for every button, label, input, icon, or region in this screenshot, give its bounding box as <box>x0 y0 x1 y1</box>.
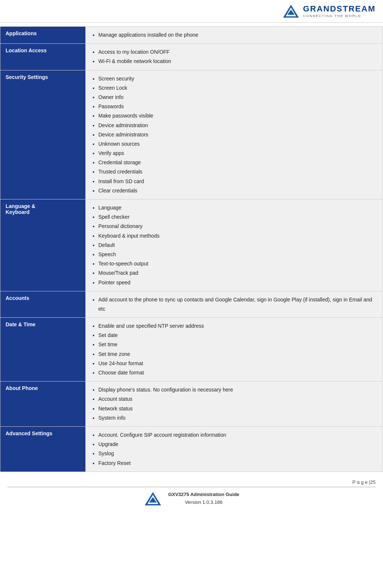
list-item: Unknown sources <box>98 139 377 149</box>
list-item: Choose date format <box>98 368 377 377</box>
brand-tagline: CONNECTING THE WORLD <box>303 14 376 18</box>
list-item: Pointer speed <box>98 278 377 287</box>
footer-doc-version: Version 1.0.3.186 <box>168 499 239 506</box>
list-item: Screen security <box>98 74 377 83</box>
list-item: Language <box>98 203 377 212</box>
table-row: Advanced SettingsAccount. Configure SIP … <box>0 426 383 472</box>
row-label-2: Security Settings <box>0 70 86 199</box>
list-item: Spell checker <box>98 212 377 222</box>
row-label-5: Date & Time <box>0 318 86 381</box>
row-label-4: Accounts <box>0 291 86 317</box>
row-label-1: Location Access <box>0 44 86 70</box>
list-item: Account status <box>98 394 377 404</box>
list-item: Manage applications installed on the pho… <box>98 30 377 40</box>
footer-logo-area: GXV3275 Administration Guide Version 1.0… <box>0 487 383 508</box>
page-footer: P a g e |25 GXV3275 Administration Guide… <box>0 479 383 508</box>
row-label-0: Applications <box>0 27 86 44</box>
list-item: System info <box>98 413 377 423</box>
list-item: Use 24-hour format <box>98 359 377 368</box>
list-item: Mouse/Track pad <box>98 268 377 278</box>
row-content-0: Manage applications installed on the pho… <box>86 27 383 44</box>
footer-doc-title: GXV3275 Administration Guide <box>168 491 239 499</box>
list-item: Upgrade <box>98 440 377 449</box>
logo-area: GRANDSTREAM CONNECTING THE WORLD <box>282 4 376 19</box>
list-item: Clear credentials <box>98 186 377 195</box>
row-label-7: Advanced Settings <box>0 426 86 472</box>
footer-logo-icon <box>144 491 162 506</box>
list-item: Screen Lock <box>98 83 377 93</box>
list-item: Personal dictionary <box>98 222 377 231</box>
list-item: Text-to-speech output <box>98 259 377 268</box>
list-item: Enable and use specified NTP server addr… <box>98 321 377 331</box>
row-content-6: Display phone's status. No configuration… <box>86 381 383 427</box>
list-item: Account. Configure SIP account registrat… <box>98 430 377 440</box>
list-item: Add account to the phone to sync up cont… <box>98 295 377 314</box>
list-item: Device administration <box>98 121 377 130</box>
list-item: Default <box>98 241 377 250</box>
list-item: Network status <box>98 404 377 413</box>
page-header: GRANDSTREAM CONNECTING THE WORLD <box>0 0 383 23</box>
list-item: Passwords <box>98 102 377 111</box>
list-item: Verify apps <box>98 149 377 158</box>
list-item: Speech <box>98 250 377 259</box>
grandstream-logo-icon <box>282 4 300 19</box>
row-content-1: Access to my location ON/OFFWi-Fi & mobi… <box>86 44 383 70</box>
table-row: About PhoneDisplay phone's status. No co… <box>0 381 383 427</box>
list-item: Set time <box>98 340 377 349</box>
settings-table: ApplicationsManage applications installe… <box>0 26 383 472</box>
list-item: Factory Reset <box>98 459 377 468</box>
list-item: Set time zone <box>98 350 377 359</box>
list-item: Set date <box>98 331 377 340</box>
row-content-3: LanguageSpell checkerPersonal dictionary… <box>86 199 383 291</box>
row-content-4: Add account to the phone to sync up cont… <box>86 291 383 317</box>
table-row: Location AccessAccess to my location ON/… <box>0 44 383 70</box>
list-item: Keyboard & input methods <box>98 231 377 241</box>
footer-doc-info: GXV3275 Administration Guide Version 1.0… <box>168 491 239 506</box>
list-item: Owner info <box>98 93 377 102</box>
brand-name: GRANDSTREAM <box>303 4 376 14</box>
logo-text: GRANDSTREAM CONNECTING THE WORLD <box>303 4 376 18</box>
list-item: Make passwords visible <box>98 111 377 120</box>
table-row: ApplicationsManage applications installe… <box>0 27 383 44</box>
list-item: Credential storage <box>98 158 377 167</box>
list-item: Install from SD card <box>98 177 377 186</box>
table-row: Security SettingsScreen securityScreen L… <box>0 70 383 199</box>
table-row: Date & TimeEnable and use specified NTP … <box>0 318 383 381</box>
row-label-3: Language & Keyboard <box>0 199 86 291</box>
list-item: Trusted credentials <box>98 167 377 176</box>
list-item: Access to my location ON/OFF <box>98 47 377 57</box>
row-content-2: Screen securityScreen LockOwner infoPass… <box>86 70 383 199</box>
list-item: Device administrators <box>98 130 377 139</box>
list-item: Wi-Fi & mobile network location <box>98 57 377 66</box>
row-label-6: About Phone <box>0 381 86 427</box>
list-item: Syslog <box>98 449 377 458</box>
row-content-5: Enable and use specified NTP server addr… <box>86 318 383 381</box>
list-item: Display phone's status. No configuration… <box>98 385 377 394</box>
page-number: P a g e |25 <box>0 479 383 485</box>
table-row: AccountsAdd account to the phone to sync… <box>0 291 383 317</box>
table-row: Language & KeyboardLanguageSpell checker… <box>0 199 383 291</box>
row-content-7: Account. Configure SIP account registrat… <box>86 426 383 472</box>
